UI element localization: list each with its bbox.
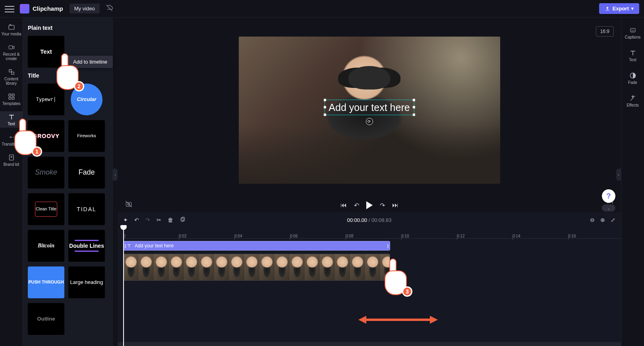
tile-push-through[interactable]: PUSH THROUGH (28, 266, 64, 298)
plain-text-section-title: Plain text (28, 25, 108, 31)
time-display: 00:00.00 / 00:09.83 (347, 217, 391, 223)
tips-toggle-icon[interactable]: ⌄ (602, 204, 615, 212)
forward-5-icon[interactable]: ↷ (380, 202, 385, 209)
svg-rect-2 (9, 46, 12, 49)
svg-text:CC: CC (631, 29, 634, 32)
playback-controls: ⏮ ↶ ↷ ⏭ (118, 201, 621, 209)
video-canvas[interactable]: Add your text here ⟳ (239, 37, 500, 184)
timeline-ruler[interactable]: 0 0:02 0:04 0:06 0:08 0:10 0:12 0:14 0:1… (123, 227, 621, 239)
resize-handle-icon[interactable] (323, 99, 326, 101)
tile-fade[interactable]: Fade (68, 157, 105, 189)
resize-handle-icon[interactable] (323, 106, 326, 109)
right-item-fade[interactable]: Fade (621, 70, 644, 86)
text-icon (127, 243, 132, 248)
clipchamp-logo-icon (20, 4, 29, 14)
fit-zoom-icon[interactable]: ⤢ (611, 217, 615, 223)
zoom-out-icon[interactable]: ⊖ (590, 217, 595, 223)
redo-icon[interactable]: ↷ (145, 217, 150, 223)
zoom-in-icon[interactable]: ⊕ (600, 217, 605, 223)
right-item-text[interactable]: Text (621, 47, 644, 64)
tile-double-lines[interactable]: Double Lines (68, 230, 105, 262)
tile-clean-title[interactable]: Clean Title (28, 193, 64, 225)
skip-start-icon[interactable]: ⏮ (340, 202, 347, 209)
resize-arrow-icon (358, 313, 438, 327)
step-badge-3: 3 (402, 286, 412, 297)
tile-large-heading[interactable]: Large heading (68, 266, 105, 298)
cloud-sync-off-icon[interactable] (105, 4, 113, 13)
brand-name: Clipchamp (33, 5, 63, 12)
timeline-toolbar: ✦ ↶ ↷ ✂ 🗑 00:00.00 / 00:09.83 ⊖ ⊕ ⤢ (118, 212, 621, 227)
svg-rect-3 (9, 70, 12, 72)
effects-icon (621, 94, 644, 102)
skip-end-icon[interactable]: ⏭ (392, 202, 398, 209)
instruction-hand-2: 2 (55, 58, 82, 90)
text-icon (621, 49, 644, 57)
collapse-right-panel-button[interactable]: › (616, 169, 621, 181)
timeline: ✦ ↶ ↷ ✂ 🗑 00:00.00 / 00:09.83 ⊖ ⊕ ⤢ 0 0:… (118, 212, 621, 346)
delete-icon[interactable]: 🗑 (168, 217, 173, 223)
sidebar-item-content-library[interactable]: Content library (0, 66, 23, 87)
svg-rect-6 (12, 94, 14, 96)
rewind-5-icon[interactable]: ↶ (354, 202, 359, 209)
undo-icon[interactable]: ↶ (134, 217, 139, 223)
right-sidebar: CC Captions Text Fade Effects (621, 17, 644, 346)
tile-fireworks[interactable]: Fireworks (68, 120, 105, 152)
video-clip[interactable] (123, 254, 390, 281)
svg-rect-7 (9, 97, 11, 99)
svg-point-10 (11, 156, 12, 157)
svg-rect-5 (9, 94, 11, 96)
rotate-handle-icon[interactable]: ⟳ (366, 118, 373, 125)
step-badge-1: 1 (32, 146, 42, 157)
aspect-ratio-selector[interactable]: 16:9 (596, 26, 614, 37)
svg-rect-4 (12, 72, 14, 74)
tile-tidal[interactable]: TIDAL (68, 193, 105, 225)
duration: 00:09.83 (371, 217, 392, 223)
export-button[interactable]: Export ▾ (599, 3, 639, 14)
text-clip[interactable]: Add your text here (123, 241, 390, 251)
hamburger-menu-icon[interactable] (5, 4, 14, 14)
text-overlay-box[interactable]: Add your text here ⟳ (324, 99, 414, 115)
captions-icon: CC (621, 26, 644, 34)
collapse-panel-button[interactable]: ‹ (113, 169, 118, 181)
playhead[interactable] (123, 227, 124, 346)
current-time: 00:00.00 (347, 217, 367, 223)
resize-handle-icon[interactable] (413, 99, 415, 101)
project-title[interactable]: My video (70, 4, 100, 14)
left-sidebar: Your media Record & create Content libra… (0, 17, 23, 346)
text-icon (0, 113, 23, 121)
tile-outline[interactable]: Outline (28, 303, 64, 335)
svg-rect-8 (12, 97, 14, 99)
split-icon[interactable]: ✂ (157, 217, 161, 223)
library-icon (0, 68, 23, 76)
tile-bitcoin[interactable]: Bitcoin (28, 230, 64, 262)
text-clip-label: Add your text here (135, 243, 174, 249)
bottom-hint-bar (118, 342, 621, 346)
right-item-captions[interactable]: CC Captions (621, 25, 644, 41)
resize-handle-icon[interactable] (323, 113, 326, 116)
overlay-text-content: Add your text here (329, 101, 410, 113)
tracks-container: Add your text here (123, 239, 615, 281)
sidebar-item-templates[interactable]: Templates (0, 91, 23, 107)
tile-smoke[interactable]: Smoke (28, 157, 64, 189)
chevron-down-icon: ▾ (631, 6, 634, 11)
export-label: Export (613, 6, 629, 12)
step-badge-2: 2 (74, 81, 84, 91)
topbar: Clipchamp My video Export ▾ (0, 0, 644, 17)
help-button[interactable]: ? (602, 189, 615, 203)
svg-rect-0 (606, 10, 609, 10)
media-icon (0, 23, 23, 31)
resize-handle-icon[interactable] (413, 106, 415, 109)
instruction-hand-1: 1 (13, 123, 40, 155)
templates-icon (0, 93, 23, 101)
duplicate-icon[interactable] (180, 216, 186, 224)
preview-area: 16:9 Add your text here ⟳ ⏮ ↶ ↷ ⏭ (118, 17, 621, 212)
resize-handle-icon[interactable] (413, 113, 415, 116)
auto-tool-icon[interactable]: ✦ (123, 217, 128, 223)
svg-marker-20 (430, 316, 438, 324)
right-item-effects[interactable]: Effects (621, 93, 644, 109)
sidebar-item-record-create[interactable]: Record & create (0, 42, 23, 62)
instruction-hand-3: 3 (383, 263, 410, 295)
svg-marker-19 (358, 316, 366, 324)
sidebar-item-your-media[interactable]: Your media (0, 21, 23, 38)
play-button-icon[interactable] (366, 201, 373, 209)
